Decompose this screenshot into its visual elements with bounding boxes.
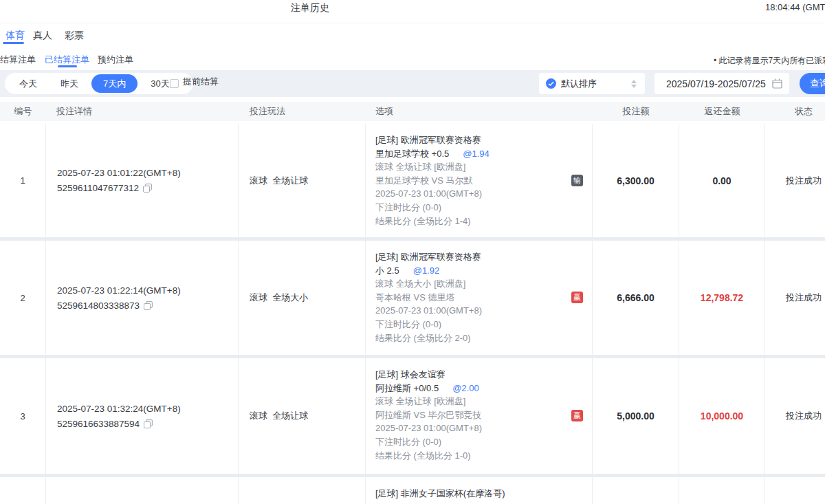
search-button[interactable]: 查询 — [800, 73, 825, 94]
pick-name: 小 2.5 — [375, 265, 399, 276]
col-header-no: 编号 — [0, 102, 46, 121]
bet-history-page: 注单历史 18:04:44 (GMT+8 体育 真人 彩票 未结算注单 已结算注… — [0, 0, 825, 504]
option-line: 结果比分 (全场比分 1-0) — [375, 449, 592, 463]
subtab-unsettled[interactable]: 未结算注单 — [0, 54, 36, 66]
option-line: 下注时比分 (0-0) — [375, 318, 592, 331]
option-line: 2025-07-23 01:00(GMT+8) — [375, 304, 592, 318]
check-circle-icon — [546, 78, 556, 89]
early-settle-label: 提前结算 — [183, 76, 219, 88]
payout-amount: 12,798.72 — [679, 241, 765, 355]
subtab-settled[interactable]: 已结算注单 — [45, 54, 89, 66]
bet-number: 3 — [0, 358, 46, 474]
payout-amount: 10,000.00 — [679, 358, 765, 474]
stake-amount: 5,000.00 — [593, 358, 679, 474]
col-header-stake: 投注额 — [593, 102, 679, 121]
col-header-play: 投注玩法 — [239, 102, 285, 121]
table-row: 2 2025-07-23 01:22:14(GMT+8) 52596148033… — [0, 241, 825, 355]
bet-time: 2025-07-23 01:01:22(GMT+8) — [57, 168, 238, 178]
range-yesterday[interactable]: 昨天 — [49, 73, 90, 94]
date-range-value: 2025/07/19-2025/07/25 — [666, 78, 766, 89]
range-7days[interactable]: 7天内 — [91, 74, 138, 93]
tab-live[interactable]: 真人 — [33, 30, 52, 42]
early-settle-checkbox[interactable] — [170, 79, 179, 88]
bet-play-type: 滚球 全场让球 — [239, 358, 366, 474]
range-today[interactable]: 今天 — [8, 73, 49, 94]
date-range-picker[interactable]: 2025/07/19-2025/07/25 — [654, 73, 789, 94]
bet-detail-cell: 2025-07-23 01:01:22(GMT+8) 5259611047677… — [46, 124, 239, 237]
header-divider — [0, 23, 825, 23]
table-row: 1 2025-07-23 01:01:22(GMT+8) 52596110476… — [0, 124, 825, 237]
payout-amount: 0.00 — [679, 124, 765, 237]
option-line: 结果比分 (全场比分 2-0) — [375, 331, 592, 345]
records-note: • 此记录将显示7天内所有已派彩的 — [714, 55, 825, 67]
option-line: 滚球 全场让球 [欧洲盘] — [375, 160, 592, 174]
bet-number: 1 — [0, 124, 46, 237]
sort-dropdown[interactable]: 默认排序 — [539, 73, 645, 94]
bet-number: 2 — [0, 241, 46, 355]
stake-amount — [593, 477, 679, 504]
bet-time: 2025-07-23 01:22:14(GMT+8) — [57, 285, 238, 296]
option-line: 滚球 全场大小 [欧洲盘] — [375, 277, 592, 291]
table-header: 编号 投注详情 投注玩法 选项 投注额 返还金额 状态 — [0, 102, 825, 121]
copy-icon[interactable] — [144, 419, 153, 428]
col-header-payout: 返还金额 — [679, 102, 765, 121]
league-name: [足球] 欧洲冠军联赛资格赛 — [375, 133, 592, 147]
active-subtab-underline — [58, 65, 77, 67]
date-range-group: 今天 昨天 7天内 30天内 — [5, 73, 193, 94]
bet-detail-cell: 2025-07-23 01:22:14(GMT+8) 5259614803338… — [46, 241, 239, 355]
odds-value: @2.00 — [452, 383, 479, 393]
bet-play-type: 滚球 全场让球 — [239, 124, 366, 237]
option-line: 下注时比分 (0-0) — [375, 435, 592, 449]
tab-sports[interactable]: 体育 — [6, 30, 25, 42]
copy-icon[interactable] — [143, 184, 152, 193]
sort-selected-value: 默认排序 — [561, 78, 597, 90]
odds-value: @1.94 — [463, 149, 490, 159]
calendar-icon — [772, 78, 782, 89]
payout-amount — [679, 477, 765, 504]
server-clock: 18:04:44 (GMT+8 — [765, 2, 825, 12]
option-line: 2025-07-23 01:00(GMT+8) — [375, 421, 592, 435]
bet-detail-cell — [46, 477, 239, 504]
status-badge — [765, 477, 825, 504]
bet-time: 2025-07-23 01:32:24(GMT+8) — [57, 404, 238, 414]
option-line: 里加足球学校 VS 马尔默 — [375, 174, 592, 188]
status-badge: 投注成功 — [765, 358, 825, 474]
tab-lottery[interactable]: 彩票 — [65, 30, 84, 42]
option-line: 2025-07-23 01:00(GMT+8) — [375, 187, 592, 201]
active-tab-underline — [3, 42, 24, 44]
bet-option-cell: [足球] 非洲女子国家杯(在摩洛哥) — [366, 477, 593, 504]
stake-amount: 6,300.00 — [593, 124, 679, 237]
col-header-status: 状态 — [765, 102, 825, 121]
option-line: 下注时比分 (0-0) — [375, 201, 592, 215]
col-header-detail: 投注详情 — [46, 102, 92, 121]
bet-play-type — [239, 477, 366, 504]
bet-detail-cell: 2025-07-23 01:32:24(GMT+8) 5259616633887… — [46, 358, 239, 474]
league-name: [足球] 球会友谊赛 — [375, 368, 592, 382]
sort-arrows-icon — [631, 80, 637, 88]
pick-name: 阿拉维斯 +0/0.5 — [375, 383, 439, 393]
table-row: 3 2025-07-23 01:32:24(GMT+8) 52596166338… — [0, 358, 825, 474]
status-badge: 投注成功 — [765, 124, 825, 237]
bet-option-cell: [足球] 球会友谊赛 阿拉维斯 +0/0.5@2.00 滚球 全场让球 [欧洲盘… — [366, 358, 593, 474]
copy-icon[interactable] — [144, 301, 153, 310]
odds-value: @1.92 — [413, 265, 440, 276]
result-badge: 赢 — [571, 410, 583, 421]
subtab-scheduled[interactable]: 预约注单 — [98, 54, 133, 66]
stake-amount: 6,666.00 — [593, 241, 679, 355]
option-line: 哥本哈根 VS 德里塔 — [375, 291, 592, 305]
league-name: [足球] 欧洲冠军联赛资格赛 — [375, 250, 592, 264]
bet-number — [0, 477, 46, 504]
result-badge: 赢 — [571, 292, 583, 303]
table-row: [足球] 非洲女子国家杯(在摩洛哥) — [0, 477, 825, 504]
pick-name: 里加足球学校 +0.5 — [375, 149, 449, 159]
status-badge: 投注成功 — [765, 241, 825, 355]
league-name: [足球] 非洲女子国家杯(在摩洛哥) — [375, 487, 592, 501]
bet-id: 5259611047677312 — [57, 183, 139, 193]
bet-play-type: 滚球 全场大小 — [239, 241, 366, 355]
option-line: 阿拉维斯 VS 毕尔巴鄂竞技 — [375, 408, 592, 422]
bet-id: 5259616633887594 — [57, 419, 140, 429]
bet-option-cell: [足球] 欧洲冠军联赛资格赛 小 2.5@1.92 滚球 全场大小 [欧洲盘] … — [366, 241, 593, 355]
option-line: 结果比分 (全场比分 1-4) — [375, 215, 592, 228]
option-line: 滚球 全场让球 [欧洲盘] — [375, 395, 592, 408]
result-badge: 输 — [571, 175, 583, 186]
